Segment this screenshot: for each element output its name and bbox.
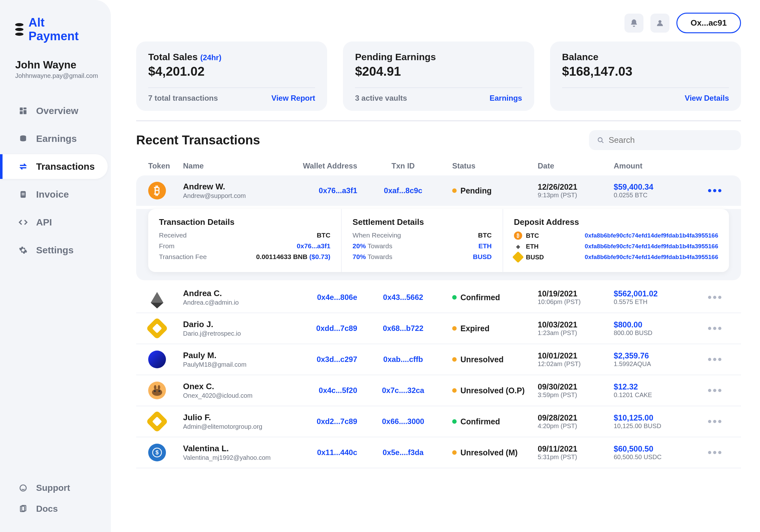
table-row[interactable]: Dario J. Dario.j@retrospec.io 0xdd...7c8… [136,313,741,344]
txn-id[interactable]: 0x7c....32ca [367,386,440,395]
document-icon [18,189,28,200]
date-cell: 09/30/2021 3:59pm (PST) [538,382,610,399]
row-name: Valentina L. [183,444,281,454]
txn-id[interactable]: 0x5e....f3da [367,448,440,457]
gear-icon [18,245,28,256]
wallet-address[interactable]: 0x3d...c297 [284,355,363,364]
table-row[interactable]: Pauly M. PaulyM18@gmail.com 0x3d...c297 … [136,344,741,375]
view-report-link[interactable]: View Report [271,94,315,103]
table-row[interactable]: Onex C. Onex_4020@icloud.com 0x4c...5f20… [136,375,741,406]
sidebar-item-label: Docs [36,504,58,514]
name-cell: Valentina L. Valentina_mj1992@yahoo.com [183,444,281,461]
transactions-table: Token Name Wallet Address Txn ID Status … [136,157,741,468]
name-cell: Onex C. Onex_4020@icloud.com [183,382,281,399]
sidebar-item-support[interactable]: Support [0,477,111,499]
txn-id[interactable]: 0x68...b722 [367,324,440,333]
table-row[interactable]: ₿ Andrew W. Andrew@support.com 0x76...a3… [136,175,741,206]
row-more-button[interactable] [696,451,721,454]
status-cell: Unresolved (O.P) [443,386,535,395]
user-block: John Wayne Johhnwayne.pay@gmail.com [0,59,111,98]
amount-cell: $800.00 800.00 BUSD [614,320,693,337]
row-date: 09/30/2021 [538,382,610,391]
view-details-link[interactable]: View Details [685,94,729,103]
row-more-button[interactable] [696,327,721,330]
sidebar-item-api[interactable]: API [0,210,111,235]
sidebar-item-settings[interactable]: Settings [0,238,111,263]
txn-id[interactable]: 0x66....3000 [367,417,440,426]
usdc-icon: $ [148,444,166,461]
deposit-hash[interactable]: 0xfa8b6bfe90cfc74efd14def9fdab1b4fa39551… [585,243,718,250]
txn-id[interactable]: 0xab....cffb [367,355,440,364]
svg-rect-7 [22,194,24,195]
sidebar-item-invoice[interactable]: Invoice [0,182,111,207]
busd-icon [148,319,166,337]
row-name: Pauly M. [183,351,281,361]
name-cell: Andrew W. Andrew@support.com [183,182,281,200]
search-box[interactable] [589,130,741,150]
row-more-button[interactable] [696,358,721,361]
col-txn: Txn ID [367,162,440,170]
main-content: Ox...ac91 Total Sales (24hr) $4,201.02 7… [111,0,760,532]
bell-icon [630,19,639,27]
wallet-address[interactable]: 0x76...a3f1 [284,186,363,195]
wallet-address[interactable]: 0x4c...5f20 [284,386,363,395]
status-cell: Confirmed [443,293,535,302]
transaction-details-panel: Transaction Details ReceivedBTC From0x76… [148,209,729,272]
col-amount: Amount [614,162,693,170]
svg-point-16 [154,385,157,390]
sidebar-item-transactions[interactable]: Transactions [0,154,108,179]
notifications-button[interactable] [625,14,643,33]
docs-icon [18,504,28,514]
row-date: 12/26/2021 [538,182,610,192]
wallet-address[interactable]: 0xdd...7c89 [284,324,363,333]
wallet-address[interactable]: 0x4e...806e [284,293,363,302]
stat-title: Balance [562,52,729,62]
row-more-button[interactable] [696,189,721,192]
wallet-chip[interactable]: Ox...ac91 [676,13,741,33]
svg-point-14 [154,390,156,392]
sidebar-item-label: API [36,217,52,228]
earnings-link[interactable]: Earnings [490,94,522,103]
from-address[interactable]: 0x76...a3f1 [297,242,330,250]
user-name: John Wayne [15,59,96,71]
sidebar-item-overview[interactable]: Overview [0,98,111,123]
row-email: Andrea.c@admin.io [183,299,281,306]
ethereum-icon: ◆ [514,242,522,251]
row-more-button[interactable] [696,420,721,423]
deposit-hash[interactable]: 0xfa8b6bfe90cfc74efd14def9fdab1b4fa39551… [585,232,718,239]
stat-title: Total Sales (24hr) [148,52,315,62]
busd-icon [512,251,524,263]
svg-point-15 [158,390,160,392]
row-amount: $2,359.76 [614,351,693,361]
search-input[interactable] [609,135,733,145]
sidebar-item-docs[interactable]: Docs [0,499,111,519]
table-row[interactable]: Julio F. Admin@elitemotorgroup.org 0xd2.… [136,406,741,437]
date-cell: 10/03/2021 1:23am (PST) [538,320,610,337]
status-dot-icon [452,450,457,455]
row-amount: $12.32 [614,382,693,391]
profile-button[interactable] [650,14,669,33]
aqua-icon [148,351,166,368]
swap-icon [18,161,28,172]
stat-value: $204.91 [355,64,522,78]
svg-point-17 [158,385,160,390]
table-row[interactable]: Andrea C. Andrea.c@admin.io 0x4e...806e … [136,282,741,313]
txn-id[interactable]: 0x43...5662 [367,293,440,302]
row-more-button[interactable] [696,296,721,299]
row-amount-sub: 0.5575 ETH [614,298,693,306]
status-label: Unresolved (O.P) [460,386,525,395]
status-cell: Expired [443,324,535,333]
wallet-address[interactable]: 0x11...440c [284,448,363,457]
table-row[interactable]: $ Valentina L. Valentina_mj1992@yahoo.co… [136,437,741,468]
row-amount-sub: 60,500.50 USDC [614,454,693,461]
deposit-title: Deposit Address [514,217,718,227]
deposit-hash[interactable]: 0xfa8b6bfe90cfc74efd14def9fdab1b4fa39551… [585,254,718,261]
coins-icon [18,133,28,144]
wallet-address[interactable]: 0xd2...7c89 [284,417,363,426]
row-name: Andrea C. [183,288,281,298]
col-date: Date [538,162,610,170]
sidebar-item-earnings[interactable]: Earnings [0,126,111,151]
row-more-button[interactable] [696,389,721,392]
txn-id[interactable]: 0xaf...8c9c [367,186,440,195]
status-label: Expired [460,324,490,333]
